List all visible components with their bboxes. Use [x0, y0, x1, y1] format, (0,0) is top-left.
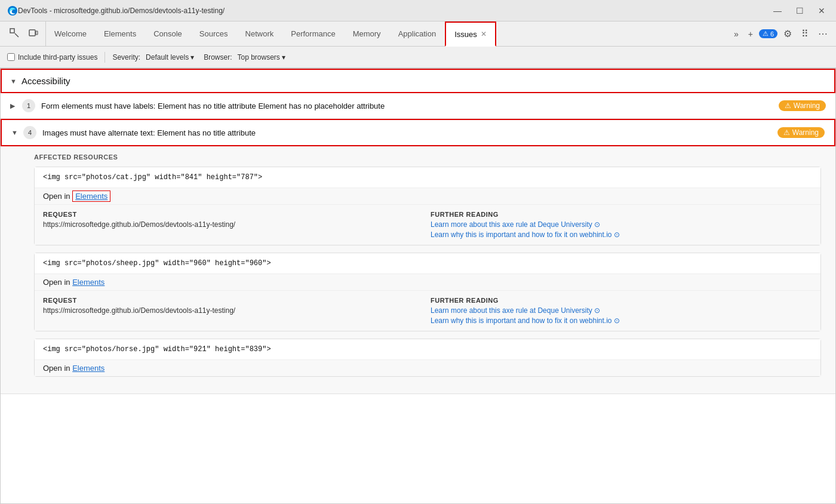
title-bar: DevTools - microsoftedge.github.io/Demos… — [0, 0, 836, 21]
third-party-checkbox-input[interactable] — [7, 53, 15, 61]
tab-console[interactable]: Console — [145, 21, 191, 46]
toolbar-separator-1 — [105, 52, 105, 63]
severity-dropdown[interactable]: Default levels ▾ — [143, 52, 196, 63]
request-label-cat: REQUEST — [43, 211, 425, 218]
form-labels-severity: ⚠ Warning — [779, 100, 826, 111]
resource-sheep-details: REQUEST https://microsoftedge.github.io/… — [35, 291, 820, 331]
svg-rect-1 — [10, 29, 14, 33]
webhint-link-icon-sheep: ⊙ — [614, 316, 620, 325]
open-in-elements-link-sheep[interactable]: Elements — [72, 278, 105, 287]
form-labels-text: Form elements must have labels: Element … — [41, 102, 779, 110]
resource-horse-code: <img src="photos/horse.jpg" width="921" … — [35, 339, 820, 360]
deque-link-icon-sheep: ⊙ — [594, 306, 600, 315]
tab-issues-label: Issues — [454, 30, 477, 39]
deque-link-sheep[interactable]: Learn more about this axe rule at Deque … — [431, 306, 812, 315]
severity-filter: Severity: Default levels ▾ — [112, 52, 196, 63]
warning-label-1: Warning — [794, 102, 820, 110]
browser-value: Top browsers — [237, 53, 279, 62]
issues-badge-icon: ⚠ — [763, 30, 769, 38]
resource-card-horse: <img src="photos/horse.jpg" width="921" … — [34, 339, 821, 377]
issues-badge-count: 6 — [770, 30, 774, 38]
more-tabs-button[interactable]: » — [730, 27, 742, 41]
severity-label: Severity: — [112, 53, 140, 62]
request-section-cat: REQUEST https://microsoftedge.github.io/… — [43, 211, 425, 239]
open-in-text-cat: Open in — [43, 192, 72, 201]
window-controls[interactable]: — ☐ ✕ — [770, 5, 829, 17]
tab-welcome-label: Welcome — [54, 29, 87, 38]
webhint-link-cat[interactable]: Learn why this is important and how to f… — [431, 231, 812, 239]
tab-network-label: Network — [245, 29, 274, 38]
alt-text-chevron: ▼ — [11, 129, 17, 136]
tab-issues-close[interactable]: ✕ — [481, 30, 487, 38]
deque-link-cat[interactable]: Learn more about this axe rule at Deque … — [431, 220, 812, 229]
third-party-label: Include third-party issues — [18, 53, 97, 62]
tab-application-label: Application — [398, 29, 437, 38]
alt-text-severity: ⚠ Warning — [777, 127, 825, 138]
tab-network[interactable]: Network — [237, 21, 283, 46]
request-section-sheep: REQUEST https://microsoftedge.github.io/… — [43, 297, 425, 325]
alt-text-expanded-content: AFFECTED RESOURCES <img src="photos/cat.… — [1, 146, 835, 394]
resource-cat-details: REQUEST https://microsoftedge.github.io/… — [35, 205, 820, 245]
tab-sources[interactable]: Sources — [191, 21, 237, 46]
resource-card-cat: <img src="photos/cat.jpg" width="841" he… — [34, 167, 821, 245]
customize-button[interactable]: ⠿ — [798, 26, 812, 42]
tab-memory-label: Memory — [353, 29, 381, 38]
tab-issues[interactable]: Issues ✕ — [445, 21, 496, 47]
severity-caret: ▾ — [190, 53, 194, 62]
more-options-button[interactable]: ⋯ — [815, 26, 831, 42]
warning-label-2: Warning — [792, 128, 819, 137]
browser-icon — [7, 5, 18, 16]
tab-memory[interactable]: Memory — [345, 21, 390, 46]
severity-value: Default levels — [146, 53, 189, 62]
settings-button[interactable]: ⚙ — [780, 26, 795, 42]
main-content: ▼ Accessibility ▶ 1 Form elements must h… — [0, 68, 836, 504]
tab-elements-label: Elements — [104, 29, 136, 38]
webhint-link-text-cat: Learn why this is important and how to f… — [431, 231, 612, 239]
accessibility-section-title: Accessibility — [21, 76, 70, 86]
tab-performance[interactable]: Performance — [282, 21, 344, 46]
alt-text-issue-row[interactable]: ▼ 4 Images must have alternate text: Ele… — [2, 120, 834, 145]
open-in-elements-link-cat[interactable]: Elements — [72, 190, 110, 202]
browser-label: Browser: — [204, 53, 232, 62]
tab-welcome[interactable]: Welcome — [46, 21, 96, 46]
webhint-link-sheep[interactable]: Learn why this is important and how to f… — [431, 316, 812, 325]
include-third-party-checkbox[interactable]: Include third-party issues — [7, 53, 97, 62]
tab-console-label: Console — [153, 29, 182, 38]
new-tab-button[interactable]: + — [745, 27, 757, 41]
browser-filter: Browser: Top browsers ▾ — [204, 52, 288, 63]
svg-rect-3 — [36, 31, 38, 35]
deque-link-text-cat: Learn more about this axe rule at Deque … — [431, 220, 592, 229]
inspect-button[interactable] — [6, 26, 23, 42]
request-url-cat: https://microsoftedge.github.io/Demos/de… — [43, 220, 425, 229]
browser-caret: ▾ — [282, 53, 285, 62]
svg-rect-2 — [29, 30, 35, 36]
open-in-elements-link-horse[interactable]: Elements — [72, 364, 105, 373]
webhint-link-icon-cat: ⊙ — [614, 231, 620, 239]
resource-card-sheep: <img src="photos/sheep.jpg" width="960" … — [34, 253, 821, 331]
form-labels-chevron: ▶ — [10, 102, 16, 110]
minimize-button[interactable]: — — [770, 5, 785, 17]
close-button[interactable]: ✕ — [815, 5, 829, 17]
accessibility-section-header[interactable]: ▼ Accessibility — [1, 69, 835, 93]
device-emulation-button[interactable] — [25, 26, 42, 42]
request-label-sheep: REQUEST — [43, 297, 425, 304]
warning-icon-2: ⚠ — [783, 128, 790, 137]
tab-application[interactable]: Application — [390, 21, 445, 46]
affected-resources-label: AFFECTED RESOURCES — [34, 153, 823, 161]
alt-text-issue-row-wrapper: ▼ 4 Images must have alternate text: Ele… — [1, 119, 835, 146]
tab-elements[interactable]: Elements — [96, 21, 145, 46]
further-reading-section-sheep: FURTHER READING Learn more about this ax… — [431, 297, 812, 325]
deque-link-icon-cat: ⊙ — [594, 220, 600, 229]
form-labels-issue-row[interactable]: ▶ 1 Form elements must have labels: Elem… — [1, 93, 835, 119]
resource-sheep-code: <img src="photos/sheep.jpg" width="960" … — [35, 253, 820, 274]
alt-text-text: Images must have alternate text: Element… — [42, 128, 777, 137]
webhint-link-text-sheep: Learn why this is important and how to f… — [431, 316, 612, 325]
browser-dropdown[interactable]: Top browsers ▾ — [235, 52, 287, 63]
form-labels-count: 1 — [22, 99, 35, 112]
further-reading-label-sheep: FURTHER READING — [431, 297, 812, 304]
maximize-button[interactable]: ☐ — [792, 5, 807, 17]
tab-bar-right-controls: » + ⚠ 6 ⚙ ⠿ ⋯ — [726, 21, 836, 46]
tab-performance-label: Performance — [291, 29, 335, 38]
issues-toolbar: Include third-party issues Severity: Def… — [0, 47, 836, 68]
tab-list: Welcome Elements Console Sources Network… — [46, 21, 726, 46]
